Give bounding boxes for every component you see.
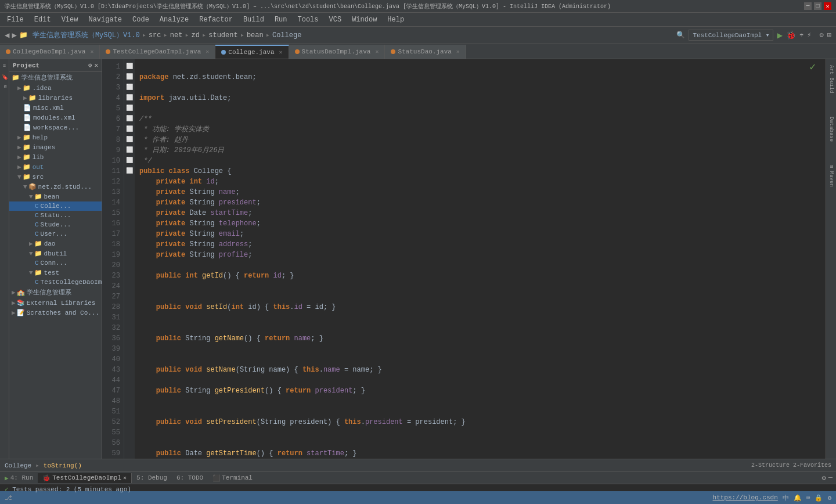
run-tab-run[interactable]: ▶ 4: Run — [0, 473, 38, 483]
tab-close-statusdao[interactable]: ✕ — [456, 48, 460, 55]
breadcrumb-src[interactable]: src — [149, 31, 161, 39]
tab-college[interactable]: College.java ✕ — [215, 45, 289, 59]
run-minimize-icon[interactable]: ─ — [828, 474, 833, 483]
tree-user[interactable]: C User... — [9, 229, 102, 239]
debug-button[interactable]: 🐞 — [786, 30, 796, 40]
project-panel-toggle[interactable]: ≡ — [2, 62, 7, 71]
left-toolbar: ≡ 🔖 ≋ — [0, 59, 9, 459]
run-tab-testcollege[interactable]: 🐞 TestCollegeDaoImpl ✕ — [38, 473, 132, 483]
menu-item-vcs[interactable]: VCS — [325, 15, 347, 25]
structure-icon[interactable]: ≋ — [1, 83, 9, 89]
run-tab-terminal[interactable]: ⬛ Terminal — [208, 473, 257, 483]
tab-icon-statusdaoimpl — [295, 49, 300, 54]
tree-college[interactable]: C Colle... — [9, 201, 102, 211]
tab-icon-college — [221, 50, 226, 55]
debug-run-icon: 🐞 — [42, 474, 51, 482]
forward-icon[interactable]: ▶ — [12, 30, 16, 40]
breadcrumb-method[interactable]: toString() — [44, 462, 82, 469]
art-build-panel[interactable]: Art Build — [827, 62, 835, 97]
run-status: ✓ Tests passed: 2 (5 minutes ago) — [0, 484, 836, 491]
tree-root-project[interactable]: 📁 学生信息管理系统 — [9, 72, 102, 83]
tree-modules[interactable]: 📄 modules.xml — [9, 113, 102, 123]
run-icon: ▶ — [5, 474, 9, 482]
run-tab-close[interactable]: ✕ — [123, 474, 127, 481]
run-tab-debug[interactable]: 5: Debug — [132, 473, 172, 483]
restore-button[interactable]: □ — [814, 2, 821, 10]
tree-conn[interactable]: C Conn... — [9, 258, 102, 268]
run-button[interactable]: ▶ — [777, 30, 783, 41]
structure-toggle[interactable]: 2-Structure — [751, 462, 790, 469]
tree-student[interactable]: C Stude... — [9, 220, 102, 229]
tree-libraries[interactable]: ▶ 📁 libraries — [9, 93, 102, 103]
tab-close-statusdaoimpl[interactable]: ✕ — [375, 48, 379, 55]
menu-item-analyze[interactable]: Analyze — [155, 15, 193, 25]
favorites-toggle[interactable]: 2-Favorites — [793, 462, 831, 469]
tree-lib[interactable]: ▶ 📁 lib — [9, 152, 102, 162]
profile-button[interactable]: ⚡ — [807, 31, 811, 39]
menu-item-tools[interactable]: Tools — [293, 15, 323, 25]
tree-scratches[interactable]: ▶ 📝 Scratches and Co... — [9, 308, 102, 318]
tab-collegedaoimpl[interactable]: CollegeDaoImpl.java ✕ — [0, 45, 100, 59]
tree-out[interactable]: ▶ 📁 out — [9, 162, 102, 172]
close-button[interactable]: ✕ — [824, 2, 831, 10]
tree-bean[interactable]: ▼ 📁 bean — [9, 192, 102, 201]
minimize-button[interactable]: ─ — [804, 2, 812, 10]
tab-close-testcollegedaoimpl[interactable]: ✕ — [206, 48, 209, 55]
menu-item-navigate[interactable]: Navigate — [84, 15, 127, 25]
breadcrumb-class[interactable]: College — [5, 462, 31, 469]
status-settings[interactable]: ⚙ — [827, 494, 831, 502]
maven-panel[interactable]: m Maven — [827, 161, 835, 190]
tree-test[interactable]: ▼ 📁 test — [9, 268, 102, 278]
menu-item-run[interactable]: Run — [270, 15, 292, 25]
tree-external[interactable]: ▶ 📚 External Libraries — [9, 298, 102, 308]
tab-icon-testcollegedaoimpl — [106, 49, 110, 54]
coverage-button[interactable]: ☂ — [799, 31, 803, 39]
bookmark-icon[interactable]: 🔖 — [1, 72, 9, 82]
tree-testcollege[interactable]: C TestCollegeDaoImpl — [9, 278, 102, 287]
menu-item-window[interactable]: Window — [347, 15, 381, 25]
menu-item-file[interactable]: File — [2, 15, 28, 25]
tree-dao[interactable]: ▶ 📁 dao — [9, 239, 102, 249]
blog-link[interactable]: https://blog.csdn — [713, 494, 778, 501]
tree-misc[interactable]: 📄 misc.xml — [9, 103, 102, 113]
line-numbers: 1 2 3 4 5 6 7 8 9 10 11 12 13 14 15 16 1… — [102, 59, 124, 459]
tree-help[interactable]: ▶ 📁 help — [9, 132, 102, 142]
back-icon[interactable]: ◀ — [5, 30, 9, 40]
tree-idea[interactable]: ▶ 📁 .idea — [9, 83, 102, 93]
breadcrumb-college[interactable]: College — [272, 31, 301, 39]
breadcrumb-project[interactable]: 学生信息管理系统（MySQL）V1.0 — [33, 30, 140, 40]
tree-src[interactable]: ▼ 📁 src — [9, 172, 102, 182]
menu-item-view[interactable]: View — [57, 15, 83, 25]
database-panel[interactable]: Database — [827, 113, 835, 145]
tab-close-collegedaoimpl[interactable]: ✕ — [90, 48, 93, 55]
tree-netzd[interactable]: ▼ 📦 net.zd.stud... — [9, 182, 102, 192]
menu-item-help[interactable]: Help — [383, 15, 409, 25]
breadcrumb-net[interactable]: net — [170, 31, 183, 39]
tree-status[interactable]: C Statu... — [9, 211, 102, 220]
layout-icon[interactable]: ⊞ — [827, 31, 831, 39]
breadcrumb-bean[interactable]: bean — [247, 31, 264, 39]
run-tab-todo[interactable]: 6: TODO — [172, 473, 208, 483]
project-panel-close[interactable]: ✕ — [94, 62, 98, 69]
menu-item-refactor[interactable]: Refactor — [194, 15, 237, 25]
menu-item-build[interactable]: Build — [239, 15, 269, 25]
breadcrumb-student[interactable]: student — [208, 31, 237, 39]
tab-statusdao[interactable]: StatusDao.java ✕ — [385, 45, 466, 59]
tree-workspace[interactable]: 📄 workspace... — [9, 123, 102, 132]
notification-icon: 🔔 — [794, 494, 802, 502]
code-content[interactable]: package net.zd.student.bean; import java… — [135, 59, 826, 459]
search-nav-icon[interactable]: 🔍 — [676, 31, 685, 39]
project-panel-gear[interactable]: ⚙ — [88, 62, 92, 69]
run-settings-icon[interactable]: ⚙ — [822, 474, 826, 483]
menu-item-edit[interactable]: Edit — [30, 15, 56, 25]
tree-dbutil[interactable]: ▼ 📁 dbutil — [9, 249, 102, 258]
tree-project2[interactable]: ▶ 🏫 学生信息管理系 — [9, 287, 102, 298]
tab-statusdaoimpl[interactable]: StatusDaoImpl.java ✕ — [289, 45, 385, 59]
tree-images[interactable]: ▶ 📁 images — [9, 142, 102, 152]
settings-icon[interactable]: ⚙ — [820, 31, 824, 39]
menu-item-code[interactable]: Code — [128, 15, 154, 25]
breadcrumb-zd[interactable]: zd — [192, 31, 200, 39]
tab-close-college[interactable]: ✕ — [279, 49, 283, 56]
code-area[interactable]: ✓ 1 2 3 4 5 6 7 8 9 10 11 12 13 14 15 16… — [102, 59, 826, 459]
tab-testcollegedaoimpl[interactable]: TestCollegeDaoImpl.java ✕ — [100, 45, 215, 59]
